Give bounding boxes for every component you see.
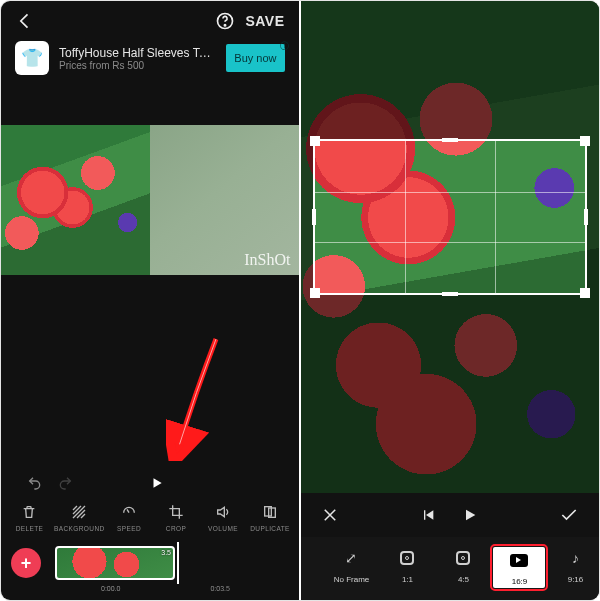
volume-icon [215,503,231,521]
redo-icon[interactable] [57,475,73,491]
tool-delete[interactable]: DELETE [7,503,52,532]
prev-icon[interactable] [420,507,436,523]
noframe-icon: ⤢ [345,547,357,569]
topbar: SAVE [1,1,299,37]
tool-speed[interactable]: SPEED [107,503,152,532]
tiktok-icon: ♪ [572,547,579,569]
ad-title: ToffyHouse Half Sleeves Tee with … [59,46,216,60]
buy-now-button[interactable]: Buy now [226,44,284,72]
crop-handle[interactable] [442,138,458,142]
ad-banner[interactable]: 👕 ToffyHouse Half Sleeves Tee with … AD … [1,37,299,85]
ad-text: ToffyHouse Half Sleeves Tee with … AD Pr… [59,46,216,71]
video-preview[interactable]: InShOt [1,125,299,275]
crop-rect[interactable] [315,141,585,293]
duplicate-icon [262,503,278,521]
editor-screen: SAVE 👕 ToffyHouse Half Sleeves Tee with … [1,1,299,600]
tool-crop[interactable]: CROP [154,503,199,532]
crop-handle[interactable] [580,288,590,298]
crop-handle[interactable] [310,136,320,146]
play-icon[interactable] [150,476,164,490]
toolbar: DELETE BACKGROUND SPEED CROP VOLUME [1,497,299,538]
clip-duration: 3.5 [161,549,171,556]
aspect-4-5[interactable]: 4:5 [437,547,489,584]
background-icon [71,503,87,521]
save-button[interactable]: SAVE [245,13,284,29]
tool-duplicate[interactable]: DUPLICATE [248,503,293,532]
playhead[interactable] [177,542,179,584]
playback-row [301,493,599,537]
crop-handle[interactable] [442,292,458,296]
youtube-icon [510,549,528,571]
close-icon[interactable] [321,506,339,524]
aspect-16-9[interactable]: 16:9 [493,547,545,588]
undo-row [1,475,299,497]
help-icon[interactable] [215,11,235,31]
clip[interactable]: 3.5 [55,546,175,580]
instagram-icon [456,547,470,569]
tool-volume[interactable]: VOLUME [201,503,246,532]
aspect-noframe[interactable]: ⤢ No Frame [325,547,377,584]
dim-top [301,1,599,141]
crop-screen: ⤢ No Frame 1:1 4:5 16:9 ♪ 9:16 3:4 [301,1,599,600]
crop-icon [168,503,184,521]
timeline: + 3.5 0:00.0 0:03.5 [1,538,299,586]
back-icon[interactable] [15,11,35,31]
undo-icon[interactable] [27,475,43,491]
aspect-9-16[interactable]: ♪ 9:16 [549,547,599,584]
ticks: 0:00.0 0:03.5 [101,585,230,592]
timeline-track[interactable]: 3.5 0:00.0 0:03.5 [51,546,289,580]
ad-thumb: 👕 [15,41,49,75]
play-icon[interactable] [462,507,478,523]
instagram-icon [400,547,414,569]
ad-subtitle: Prices from Rs 500 [59,60,216,71]
trash-icon [21,503,37,521]
crop-handle[interactable] [580,136,590,146]
speed-icon [121,503,137,521]
preview-frame [1,125,150,275]
crop-handle[interactable] [310,288,320,298]
aspect-1-1[interactable]: 1:1 [381,547,433,584]
confirm-icon[interactable] [559,505,579,525]
watermark: InShOt [244,251,290,269]
crop-canvas[interactable] [301,1,599,493]
aspect-row: ⤢ No Frame 1:1 4:5 16:9 ♪ 9:16 3:4 [301,537,599,600]
dim-bottom [301,293,599,493]
crop-handle[interactable] [584,209,588,225]
tool-background[interactable]: BACKGROUND [54,503,105,532]
add-clip-button[interactable]: + [11,548,41,578]
crop-handle[interactable] [312,209,316,225]
svg-point-1 [225,25,226,26]
